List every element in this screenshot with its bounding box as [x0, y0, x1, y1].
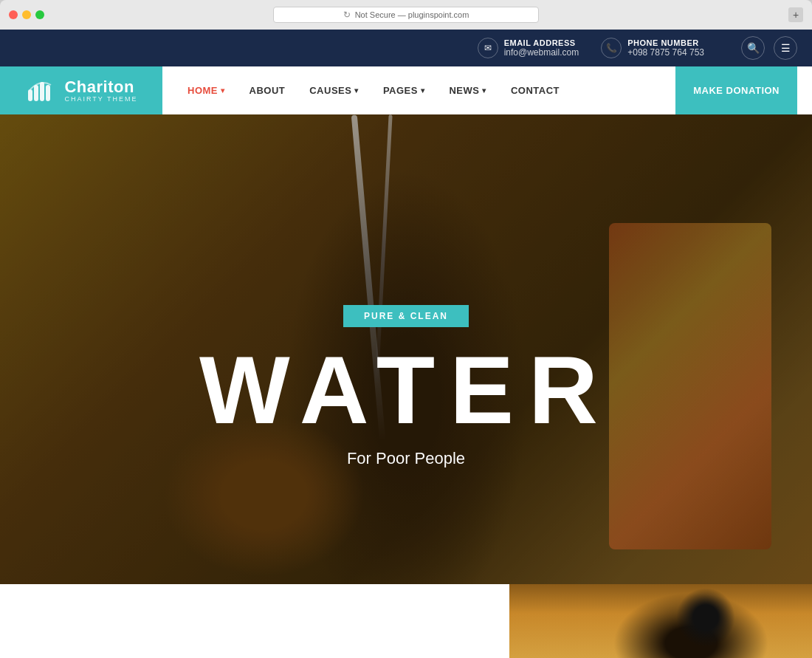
top-bar: ✉ EMAIL ADDRESS info@webmail.com 📞 PHONE… [0, 30, 812, 66]
bottom-strip [0, 584, 812, 658]
address-text: Not Secure — pluginspoint.com [355, 10, 469, 19]
nav-item-contact[interactable]: CONTACT [500, 79, 570, 102]
hero-badge: PURE & CLEAN [343, 305, 469, 327]
browser-chrome: ↻ Not Secure — pluginspoint.com + [0, 0, 812, 30]
chevron-down-icon: ▾ [421, 86, 425, 95]
email-info: EMAIL ADDRESS info@webmail.com [504, 38, 579, 58]
email-icon: ✉ [478, 38, 498, 58]
svg-rect-1 [34, 85, 38, 101]
nav-item-causes[interactable]: CAUSES ▾ [299, 79, 369, 102]
chevron-down-icon: ▾ [482, 86, 486, 95]
header-row: Chariton CHAIRTY THEME HOME ▾ ABOUT CAUS… [0, 66, 812, 114]
nav-item-pages[interactable]: PAGES ▾ [373, 79, 436, 102]
website: ✉ EMAIL ADDRESS info@webmail.com 📞 PHONE… [0, 30, 812, 658]
address-bar[interactable]: ↻ Not Secure — pluginspoint.com [273, 7, 539, 23]
traffic-lights [9, 10, 44, 19]
hero-subtitle: For Poor People [347, 449, 465, 468]
email-value: info@webmail.com [504, 47, 579, 58]
hero-content: PURE & CLEAN WATER For Poor People [0, 114, 812, 658]
reload-icon: ↻ [343, 10, 351, 20]
phone-value: +098 7875 764 753 [627, 47, 704, 58]
minimize-button[interactable] [22, 10, 31, 19]
logo-text: Chariton CHAIRTY THEME [64, 79, 137, 103]
donate-button[interactable]: Make Donation [675, 66, 797, 114]
email-contact: ✉ EMAIL ADDRESS info@webmail.com [478, 38, 579, 58]
email-label: EMAIL ADDRESS [504, 38, 579, 47]
svg-rect-0 [28, 89, 32, 101]
bottom-white-area [0, 584, 509, 658]
hero-title: WATER [199, 342, 613, 438]
nav-item-about[interactable]: ABOUT [239, 79, 296, 102]
bottom-image-area [509, 584, 812, 658]
search-icon[interactable]: 🔍 [741, 36, 765, 60]
svg-rect-2 [40, 82, 44, 101]
phone-icon: 📞 [601, 38, 622, 58]
top-bar-icons: 🔍 ☰ [741, 36, 797, 60]
chevron-down-icon: ▾ [221, 86, 225, 95]
phone-label: PHONE NUMBER [627, 38, 704, 47]
phone-info: PHONE NUMBER +098 7875 764 753 [627, 38, 704, 58]
nav-item-news[interactable]: NEWS ▾ [438, 79, 497, 102]
chevron-down-icon: ▾ [354, 86, 359, 95]
nav-area: HOME ▾ ABOUT CAUSES ▾ PAGES ▾ NEWS ▾ CON… [162, 66, 812, 114]
logo-area: Chariton CHAIRTY THEME [0, 66, 162, 114]
phone-contact: 📞 PHONE NUMBER +098 7875 764 753 [601, 38, 704, 58]
logo-tagline: CHAIRTY THEME [64, 95, 137, 103]
new-tab-button[interactable]: + [788, 7, 803, 22]
logo-name: Chariton [64, 79, 137, 95]
maximize-button[interactable] [35, 10, 44, 19]
logo-hands-icon [24, 75, 57, 107]
svg-rect-3 [46, 85, 50, 101]
hero-section: PURE & CLEAN WATER For Poor People [0, 114, 812, 658]
nav-item-home[interactable]: HOME ▾ [177, 79, 235, 102]
close-button[interactable] [9, 10, 18, 19]
menu-icon[interactable]: ☰ [774, 36, 797, 60]
